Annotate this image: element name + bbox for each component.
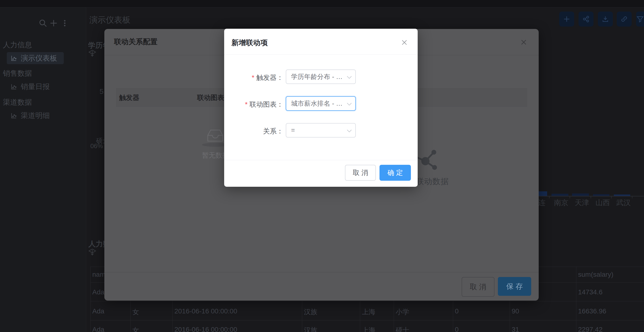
cancel-button[interactable]: 取 消: [462, 277, 494, 297]
table-cell: 0: [455, 326, 459, 332]
column-linked-chart: 联动图表: [197, 93, 224, 102]
axis-tick: [611, 196, 612, 198]
axis-label-shanxi: 山西: [596, 198, 610, 208]
plus-icon: [563, 15, 570, 23]
add-component-button[interactable]: [559, 11, 574, 26]
table-cell: 2016-06-16 00:00:00: [174, 307, 237, 315]
chart-icon: [11, 112, 17, 119]
table-cell: Ada: [92, 307, 104, 315]
trigger-select[interactable]: 学历年龄分布 - educa...: [286, 69, 356, 84]
sidebar-item-channel-detail[interactable]: 渠道明细: [7, 110, 64, 122]
sidebar-section-channel[interactable]: 渠道数据: [3, 97, 32, 107]
table-cell: 2297.42: [578, 326, 602, 332]
more-icon[interactable]: [60, 18, 70, 28]
relation-select[interactable]: =: [286, 123, 356, 138]
relation-label: 关系：: [224, 127, 283, 136]
share-button[interactable]: [578, 11, 594, 26]
table-cell: 小学: [396, 307, 409, 317]
axis-label-nanjing: 南京: [554, 198, 568, 208]
trigger-select-value: 学历年龄分布 - educa...: [286, 72, 355, 81]
ok-button[interactable]: 确 定: [380, 165, 411, 181]
bar-tianjin[interactable]: [572, 193, 589, 196]
share-icon: [582, 15, 590, 23]
drill-icon[interactable]: [88, 249, 96, 256]
table-cell: Ada: [92, 326, 104, 332]
required-mark: *: [252, 74, 254, 81]
sidebar-item-sales-daily[interactable]: 销量日报: [7, 81, 64, 93]
sidebar-item-label: 渠道明细: [21, 111, 50, 121]
sidebar-section-hr[interactable]: 人力信息: [3, 40, 32, 50]
table-cell: Ada: [92, 288, 104, 296]
table-cell: 女: [132, 307, 139, 317]
sidebar: 人力信息 演示仪表板 销售数据 销量日报 渠道数据 渠道明细: [0, 7, 86, 332]
close-icon[interactable]: [520, 39, 527, 46]
table-cell: 汉族: [304, 307, 318, 317]
dialog-title: 新增联动项: [232, 38, 268, 48]
axis-tick: [632, 196, 632, 198]
linked-chart-select[interactable]: 城市薪水排名 - educa...: [286, 96, 356, 111]
sidebar-item-label: 销量日报: [21, 82, 50, 92]
pie-value-fragment: 5: [100, 87, 104, 96]
chart-icon: [11, 55, 17, 61]
table-cell: 2016-06-16 00:00:00: [174, 326, 237, 332]
required-mark: *: [245, 101, 248, 108]
add-linkage-dialog: 新增联动项 *触发器： 学历年龄分布 - educa... *联动图表： 城市薪…: [224, 29, 418, 187]
chevron-down-icon: [347, 103, 352, 106]
link-icon: [620, 15, 628, 23]
table-cell: 硕士: [396, 326, 409, 332]
axis-tick: [549, 196, 550, 198]
table-header-sum-salary: sum(salary): [578, 271, 613, 278]
axis-tick: [570, 196, 570, 198]
chevron-down-icon: [347, 129, 352, 133]
export-button[interactable]: [598, 11, 613, 26]
filter-button[interactable]: [636, 11, 644, 26]
table-cell: 上海: [362, 326, 376, 332]
sidebar-section-sales[interactable]: 销售数据: [3, 69, 32, 78]
linked-chart-label: *联动图表：: [224, 100, 283, 109]
empty-inbox-icon: [206, 126, 225, 145]
table-cell: 汉族: [304, 326, 318, 332]
trigger-label: *触发器：: [224, 73, 283, 82]
x-axis-line: [539, 196, 644, 196]
pie-label-line2: 06%: [90, 142, 103, 150]
axis-tick: [590, 196, 591, 198]
sidebar-item-demo-dashboard[interactable]: 演示仪表板: [7, 52, 64, 64]
sidebar-item-label: 演示仪表板: [21, 53, 57, 63]
download-icon: [602, 15, 609, 23]
table-cell: 90: [512, 307, 519, 315]
bar-shanxi[interactable]: [593, 194, 610, 196]
table-cell: 女: [132, 326, 139, 332]
bar-dalian[interactable]: [539, 191, 547, 196]
table-cell: 16636.96: [578, 307, 606, 315]
plus-icon[interactable]: [49, 18, 58, 28]
relation-select-value: =: [286, 127, 304, 134]
table-cell: 31: [512, 326, 519, 332]
column-trigger: 触发器: [119, 93, 140, 102]
table-cell: 上海: [362, 307, 376, 317]
table-cell: 0: [455, 307, 459, 315]
link-button[interactable]: [617, 11, 632, 26]
linked-chart-select-value: 城市薪水排名 - educa...: [286, 99, 355, 108]
chart-icon: [11, 83, 17, 90]
axis-label-wuhan: 武汉: [616, 198, 631, 208]
close-icon[interactable]: [401, 39, 408, 46]
chevron-down-icon: [347, 76, 352, 79]
cancel-button[interactable]: 取 消: [345, 165, 376, 181]
app-top-bar: [0, 0, 644, 7]
drill-icon[interactable]: [88, 50, 96, 57]
save-button[interactable]: 保 存: [498, 277, 531, 296]
table-cell: 14734.6: [578, 288, 602, 296]
bar-nanjing[interactable]: [552, 194, 568, 196]
filter-icon: [636, 15, 644, 23]
page-title: 演示仪表板: [90, 14, 130, 25]
axis-label-tianjin: 天津: [575, 198, 589, 208]
dialog-title: 联动关系配置: [114, 37, 158, 47]
search-icon[interactable]: [38, 18, 48, 28]
